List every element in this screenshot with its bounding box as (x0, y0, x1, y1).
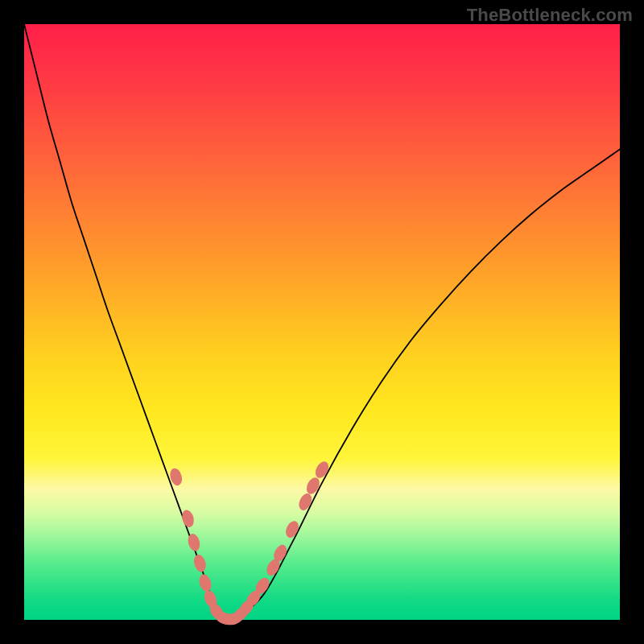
curve-marker (304, 476, 323, 497)
chart-frame: TheBottleneck.com (0, 0, 644, 644)
curve-marker (296, 492, 314, 513)
curve-marker (197, 573, 213, 593)
watermark-text: TheBottleneck.com (467, 5, 633, 26)
marker-group (168, 460, 332, 628)
bottleneck-curve (24, 24, 620, 621)
curve-marker (186, 532, 201, 552)
curve-marker (180, 509, 196, 529)
curves-svg (24, 24, 620, 620)
curve-marker (192, 553, 208, 573)
plot-area (24, 24, 620, 620)
